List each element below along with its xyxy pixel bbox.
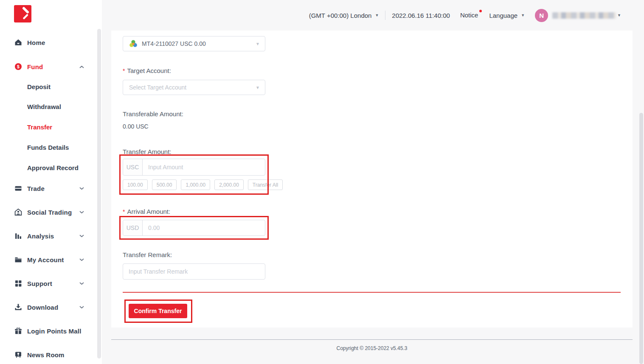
fund-icon: $: [14, 63, 22, 70]
transfer-remark-label: Transfer Remark:: [123, 251, 172, 258]
arrival-amount-group: USD: [123, 220, 265, 236]
chevron-down-icon: [79, 282, 84, 285]
copyright-text: Copyright © 2015-2022 v5.45.3: [111, 345, 633, 351]
sidebar-item-label: Trade: [27, 185, 45, 192]
notice-badge-dot: [479, 10, 482, 12]
sidebar-item-analysis[interactable]: Analysis: [0, 231, 102, 241]
header-divider: [385, 11, 385, 20]
user-avatar[interactable]: N: [535, 9, 548, 22]
sidebar-item-news-room[interactable]: News Room: [0, 350, 102, 360]
sidebar-item-support[interactable]: Support: [0, 278, 102, 288]
main-card: [111, 31, 633, 328]
chevron-down-icon: [79, 235, 84, 238]
transferable-amount-value: 0.00 USC: [123, 123, 149, 130]
sidebar-item-deposit[interactable]: Deposit: [0, 81, 102, 92]
transfer-amount-group: USC: [123, 159, 265, 176]
sidebar-item-trade[interactable]: Trade: [0, 183, 102, 193]
datetime-display: 2022.06.16 11:40:00: [392, 12, 450, 19]
sidebar-item-login-points-mall[interactable]: Login Points Mall: [0, 326, 102, 336]
arrival-amount-label: *Arrival Amount:: [123, 208, 170, 215]
chevron-up-icon: [79, 65, 84, 68]
my-account-icon: [14, 256, 22, 263]
arrival-amount-input[interactable]: [143, 220, 265, 235]
username-redacted[interactable]: [552, 12, 616, 19]
source-account-value: MT4-2110027 USC 0.00: [142, 40, 206, 47]
sidebar-item-label: News Room: [27, 351, 65, 358]
sidebar-item-label: Fund: [27, 63, 43, 70]
source-account-select[interactable]: MT4-2110027 USC 0.00 ▼: [123, 36, 265, 51]
caret-down-icon: ▼: [521, 13, 525, 17]
chevron-down-icon: [79, 306, 84, 309]
caret-down-icon: ▼: [375, 13, 379, 17]
sub-item-label: Funds Details: [27, 144, 69, 151]
sub-item-label: Approval Record: [27, 164, 79, 171]
sub-item-label: Transfer: [27, 123, 52, 131]
page-scrollbar[interactable]: [639, 113, 643, 364]
quick-amount-2000-button[interactable]: 2,000.00: [214, 179, 244, 190]
timezone-selector[interactable]: (GMT +00:00) London: [309, 12, 372, 19]
sidebar-item-label: My Account: [27, 256, 64, 263]
transfer-amount-input[interactable]: [143, 159, 265, 175]
sidebar-item-label: Login Points Mall: [27, 328, 82, 335]
sidebar: Home $ Fund Deposit Withdrawal Transfer …: [0, 0, 102, 364]
sub-item-label: Deposit: [27, 83, 51, 90]
arrival-currency-label: USD: [123, 220, 143, 235]
sidebar-item-transfer[interactable]: Transfer: [0, 122, 102, 132]
gift-icon: [14, 327, 22, 335]
target-account-placeholder: Select Target Account: [129, 84, 186, 91]
top-header: (GMT +00:00) London ▼ 2022.06.16 11:40:0…: [102, 0, 633, 31]
mt4-logo-icon: [129, 39, 138, 48]
form-red-divider: [123, 292, 621, 293]
home-icon: [14, 39, 22, 46]
svg-text:$: $: [17, 64, 20, 69]
language-selector[interactable]: Language ▼: [489, 12, 525, 19]
footer-divider: [111, 339, 633, 340]
required-mark: *: [123, 67, 125, 74]
language-label: Language: [489, 12, 517, 19]
sidebar-item-home[interactable]: Home: [0, 37, 102, 48]
analysis-icon: [14, 232, 22, 240]
sidebar-item-label: Social Trading: [27, 209, 72, 216]
sidebar-item-funds-details[interactable]: Funds Details: [0, 142, 102, 152]
sidebar-item-label: Download: [27, 304, 58, 311]
quick-amount-100-button[interactable]: 100.00: [123, 179, 148, 190]
sidebar-item-label: Analysis: [27, 232, 54, 240]
sidebar-item-social-trading[interactable]: Social Trading: [0, 207, 102, 217]
target-account-select[interactable]: Select Target Account ▼: [123, 80, 265, 95]
transfer-all-button[interactable]: Transfer All: [248, 179, 283, 190]
caret-down-icon: ▼: [617, 13, 621, 17]
social-trading-icon: [14, 208, 22, 216]
chevron-down-icon: [79, 187, 84, 190]
sidebar-item-withdrawal[interactable]: Withdrawal: [0, 101, 102, 112]
quick-amount-1000-button[interactable]: 1,000.00: [181, 179, 210, 190]
sidebar-item-label: Home: [27, 39, 45, 46]
sidebar-item-label: Support: [27, 280, 52, 287]
support-icon: [14, 280, 22, 287]
notice-label: Notice: [460, 11, 478, 19]
chevron-down-icon: [79, 211, 84, 214]
chevron-down-icon: [79, 258, 84, 261]
confirm-transfer-button[interactable]: Confirm Transfer: [129, 304, 187, 318]
news-room-icon: [14, 351, 22, 358]
brand-logo[interactable]: [14, 5, 31, 22]
sidebar-item-fund[interactable]: $ Fund: [0, 62, 102, 72]
sidebar-item-my-account[interactable]: My Account: [0, 255, 102, 265]
quick-amount-500-button[interactable]: 500.00: [152, 179, 177, 190]
notice-link[interactable]: Notice: [460, 11, 478, 19]
transfer-page: Home $ Fund Deposit Withdrawal Transfer …: [0, 0, 644, 364]
transfer-currency-label: USC: [123, 159, 143, 175]
transfer-remark-input[interactable]: [123, 263, 265, 280]
trade-icon: [14, 185, 22, 192]
dropdown-arrow-icon: ▼: [256, 85, 260, 90]
transferable-amount-label: Transferable Amount:: [123, 110, 183, 118]
dropdown-arrow-icon: ▼: [256, 42, 260, 46]
transfer-amount-label: Transfer Amount:: [123, 148, 172, 155]
sidebar-item-download[interactable]: Download: [0, 302, 102, 312]
sub-item-label: Withdrawal: [27, 103, 61, 110]
target-account-label: *Target Account:: [123, 67, 171, 74]
quick-amount-row: 100.00 500.00 1,000.00 2,000.00 Transfer…: [123, 179, 283, 190]
sidebar-scrollbar[interactable]: [97, 29, 101, 358]
sidebar-item-approval-record[interactable]: Approval Record: [0, 162, 102, 173]
required-mark: *: [123, 208, 125, 215]
download-icon: [14, 303, 22, 311]
